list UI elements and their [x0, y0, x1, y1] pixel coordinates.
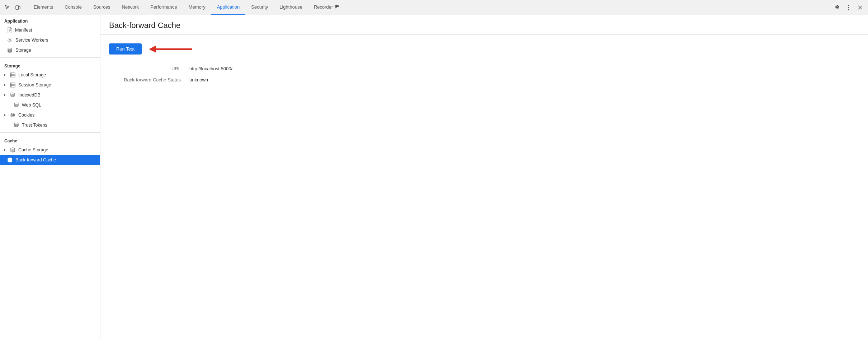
svg-point-28 — [14, 123, 18, 124]
sidebar-item-cache-storage[interactable]: Cache Storage — [0, 145, 100, 155]
sidebar-item-indexed-db[interactable]: IndexedDB — [0, 90, 100, 100]
inspect-icon[interactable] — [3, 3, 11, 12]
tab-elements[interactable]: Elements — [28, 0, 59, 15]
sidebar-item-session-storage[interactable]: Session Storage — [0, 80, 100, 90]
cache-status-label: Back-forward Cache Status — [109, 77, 181, 82]
svg-point-11 — [8, 48, 12, 49]
svg-point-21 — [14, 103, 18, 104]
chevron-right-icon — [3, 93, 7, 97]
svg-point-27 — [11, 115, 12, 116]
sidebar-item-cookies[interactable]: Cookies — [0, 110, 100, 120]
tab-network[interactable]: Network — [116, 0, 145, 15]
svg-rect-1 — [19, 6, 20, 9]
run-test-row: Run Test — [109, 43, 859, 55]
sidebar-section-cache: Cache — [0, 135, 100, 145]
sidebar-item-trust-tokens[interactable]: Trust Tokens — [0, 120, 100, 130]
sidebar-item-local-storage[interactable]: Local Storage — [0, 70, 100, 80]
recorder-icon: 🏴 — [334, 5, 339, 9]
divider-2 — [0, 132, 100, 133]
svg-point-24 — [13, 114, 14, 115]
chevron-right-icon — [3, 148, 7, 152]
page-title: Back-forward Cache — [109, 21, 859, 30]
sidebar-item-back-forward-cache[interactable]: Back-forward Cache — [0, 155, 100, 165]
run-test-arrow — [149, 46, 192, 53]
svg-rect-16 — [10, 83, 15, 87]
more-options-icon[interactable] — [844, 3, 854, 13]
arrow-head — [149, 46, 156, 53]
sidebar-section-application: Application — [0, 15, 100, 25]
svg-point-20 — [11, 93, 15, 94]
arrow-line — [156, 48, 192, 50]
tab-memory[interactable]: Memory — [183, 0, 211, 15]
cache-status-value: unknown — [189, 77, 208, 82]
settings-icon[interactable] — [832, 3, 842, 13]
chevron-right-icon — [3, 83, 7, 87]
db-icon — [10, 93, 15, 98]
divider — [829, 4, 829, 11]
svg-point-22 — [11, 113, 15, 117]
sidebar: Application Manifest Service Wor — [0, 15, 100, 340]
top-bar: Elements Console Sources Network Perform… — [0, 0, 868, 15]
svg-point-2 — [848, 5, 849, 6]
gear-icon — [7, 38, 13, 43]
svg-point-29 — [11, 148, 15, 149]
svg-rect-12 — [10, 73, 15, 77]
sidebar-item-manifest[interactable]: Manifest — [0, 25, 100, 35]
tab-bar: Elements Console Sources Network Perform… — [28, 0, 827, 15]
run-test-button[interactable]: Run Test — [109, 43, 142, 55]
svg-rect-0 — [16, 6, 19, 9]
content-header: Back-forward Cache — [100, 15, 868, 35]
tab-performance[interactable]: Performance — [145, 0, 183, 15]
svg-point-3 — [848, 7, 849, 8]
chevron-right-icon — [3, 113, 7, 117]
tab-lighthouse[interactable]: Lighthouse — [274, 0, 308, 15]
trust-tokens-icon — [14, 123, 19, 128]
top-bar-actions — [827, 3, 865, 13]
table-icon — [10, 82, 15, 88]
url-row: URL http://localhost:5000/ — [109, 66, 859, 71]
cache-storage-icon — [10, 147, 15, 152]
content-body: Run Test URL http://localhost:5000/ Back… — [100, 35, 868, 97]
tab-sources[interactable]: Sources — [88, 0, 116, 15]
cache-status-row: Back-forward Cache Status unknown — [109, 77, 859, 82]
chevron-right-icon — [3, 73, 7, 77]
devtools-icons — [3, 3, 22, 12]
close-icon[interactable] — [855, 3, 865, 13]
table-icon — [10, 72, 15, 77]
cookie-icon — [10, 113, 15, 118]
sql-icon — [14, 103, 19, 108]
tab-recorder[interactable]: Recorder 🏴 — [308, 0, 345, 15]
svg-point-23 — [11, 114, 12, 115]
svg-point-26 — [13, 115, 14, 116]
url-label: URL — [109, 66, 181, 71]
svg-point-10 — [9, 39, 11, 41]
svg-point-4 — [848, 9, 849, 10]
divider-1 — [0, 57, 100, 58]
bfcache-icon — [7, 157, 13, 162]
sidebar-section-storage: Storage — [0, 60, 100, 70]
tab-security[interactable]: Security — [245, 0, 274, 15]
main-layout: Application Manifest Service Wor — [0, 15, 868, 340]
sidebar-item-storage[interactable]: Storage — [0, 45, 100, 55]
sidebar-item-web-sql[interactable]: Web SQL — [0, 100, 100, 110]
main-content: Back-forward Cache Run Test URL http://l… — [100, 15, 868, 340]
tab-application[interactable]: Application — [211, 0, 246, 15]
sidebar-item-service-workers[interactable]: Service Workers — [0, 35, 100, 45]
storage-icon — [7, 48, 13, 53]
url-value: http://localhost:5000/ — [189, 66, 232, 71]
device-toggle-icon[interactable] — [14, 3, 22, 12]
file-icon — [7, 27, 12, 33]
tab-console[interactable]: Console — [59, 0, 88, 15]
